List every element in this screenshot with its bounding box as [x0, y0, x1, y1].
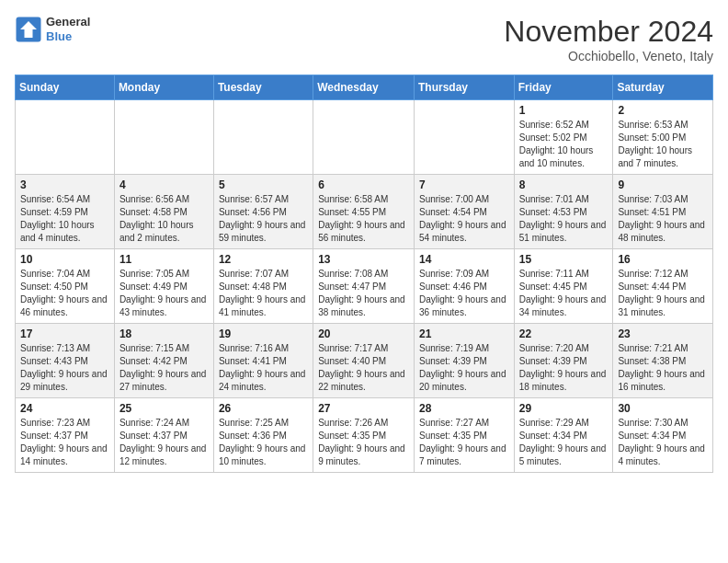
- day-number: 20: [318, 327, 409, 340]
- day-cell: 28Sunrise: 7:27 AM Sunset: 4:35 PM Dayli…: [414, 398, 514, 473]
- title-area: November 2024 Occhiobello, Veneto, Italy: [504, 15, 713, 63]
- logo-icon: [15, 16, 42, 43]
- header-day-thursday: Thursday: [414, 75, 514, 100]
- day-number: 10: [20, 253, 109, 266]
- day-cell: 1Sunrise: 6:52 AM Sunset: 5:02 PM Daylig…: [514, 100, 613, 175]
- day-cell: 27Sunrise: 7:26 AM Sunset: 4:35 PM Dayli…: [313, 398, 415, 473]
- location: Occhiobello, Veneto, Italy: [504, 49, 713, 63]
- day-number: 28: [419, 402, 509, 415]
- day-number: 26: [219, 402, 308, 415]
- day-number: 25: [119, 402, 209, 415]
- day-cell: 23Sunrise: 7:21 AM Sunset: 4:38 PM Dayli…: [613, 324, 713, 398]
- calendar-header: SundayMondayTuesdayWednesdayThursdayFrid…: [16, 75, 713, 100]
- day-info: Sunrise: 7:00 AM Sunset: 4:54 PM Dayligh…: [419, 193, 509, 245]
- day-number: 12: [219, 253, 308, 266]
- week-row-2: 10Sunrise: 7:04 AM Sunset: 4:50 PM Dayli…: [16, 249, 713, 324]
- day-info: Sunrise: 7:29 AM Sunset: 4:34 PM Dayligh…: [519, 417, 609, 468]
- day-cell: [414, 100, 514, 175]
- calendar-body: 1Sunrise: 6:52 AM Sunset: 5:02 PM Daylig…: [16, 100, 713, 473]
- header-day-wednesday: Wednesday: [313, 75, 415, 100]
- day-info: Sunrise: 6:56 AM Sunset: 4:58 PM Dayligh…: [119, 193, 209, 245]
- day-cell: 11Sunrise: 7:05 AM Sunset: 4:49 PM Dayli…: [114, 249, 213, 324]
- day-cell: 21Sunrise: 7:19 AM Sunset: 4:39 PM Dayli…: [414, 324, 514, 398]
- day-info: Sunrise: 7:16 AM Sunset: 4:41 PM Dayligh…: [219, 342, 308, 394]
- day-cell: 4Sunrise: 6:56 AM Sunset: 4:58 PM Daylig…: [114, 175, 213, 249]
- day-info: Sunrise: 6:52 AM Sunset: 5:02 PM Dayligh…: [519, 119, 609, 170]
- calendar: SundayMondayTuesdayWednesdayThursdayFrid…: [15, 75, 713, 473]
- day-cell: 2Sunrise: 6:53 AM Sunset: 5:00 PM Daylig…: [613, 100, 713, 175]
- day-cell: 30Sunrise: 7:30 AM Sunset: 4:34 PM Dayli…: [613, 398, 713, 473]
- header-day-tuesday: Tuesday: [213, 75, 313, 100]
- day-info: Sunrise: 7:13 AM Sunset: 4:43 PM Dayligh…: [20, 342, 109, 394]
- day-info: Sunrise: 7:25 AM Sunset: 4:36 PM Dayligh…: [219, 417, 308, 468]
- day-cell: 5Sunrise: 6:57 AM Sunset: 4:56 PM Daylig…: [213, 175, 313, 249]
- day-number: 4: [119, 178, 209, 191]
- day-cell: 19Sunrise: 7:16 AM Sunset: 4:41 PM Dayli…: [213, 324, 313, 398]
- day-cell: 20Sunrise: 7:17 AM Sunset: 4:40 PM Dayli…: [313, 324, 415, 398]
- day-cell: 17Sunrise: 7:13 AM Sunset: 4:43 PM Dayli…: [16, 324, 115, 398]
- day-number: 9: [618, 178, 708, 191]
- day-number: 19: [219, 327, 308, 340]
- day-number: 29: [519, 402, 609, 415]
- day-cell: 26Sunrise: 7:25 AM Sunset: 4:36 PM Dayli…: [213, 398, 313, 473]
- day-cell: [213, 100, 313, 175]
- day-cell: 16Sunrise: 7:12 AM Sunset: 4:44 PM Dayli…: [613, 249, 713, 324]
- day-cell: [114, 100, 213, 175]
- day-cell: 15Sunrise: 7:11 AM Sunset: 4:45 PM Dayli…: [514, 249, 613, 324]
- day-cell: 6Sunrise: 6:58 AM Sunset: 4:55 PM Daylig…: [313, 175, 415, 249]
- day-number: 13: [318, 253, 409, 266]
- day-number: 5: [219, 178, 308, 191]
- day-cell: [313, 100, 415, 175]
- day-number: 11: [119, 253, 209, 266]
- day-number: 21: [419, 327, 509, 340]
- day-info: Sunrise: 7:30 AM Sunset: 4:34 PM Dayligh…: [618, 417, 708, 468]
- day-info: Sunrise: 7:03 AM Sunset: 4:51 PM Dayligh…: [618, 193, 708, 245]
- day-cell: 10Sunrise: 7:04 AM Sunset: 4:50 PM Dayli…: [16, 249, 115, 324]
- day-number: 17: [20, 327, 109, 340]
- header: General Blue November 2024 Occhiobello, …: [15, 15, 713, 63]
- day-cell: 22Sunrise: 7:20 AM Sunset: 4:39 PM Dayli…: [514, 324, 613, 398]
- day-number: 1: [519, 104, 609, 117]
- header-day-friday: Friday: [514, 75, 613, 100]
- day-number: 3: [20, 178, 109, 191]
- day-info: Sunrise: 7:11 AM Sunset: 4:45 PM Dayligh…: [519, 268, 609, 319]
- day-info: Sunrise: 7:23 AM Sunset: 4:37 PM Dayligh…: [20, 417, 109, 468]
- day-info: Sunrise: 7:20 AM Sunset: 4:39 PM Dayligh…: [519, 342, 609, 394]
- week-row-4: 24Sunrise: 7:23 AM Sunset: 4:37 PM Dayli…: [16, 398, 713, 473]
- day-number: 24: [20, 402, 109, 415]
- day-cell: 3Sunrise: 6:54 AM Sunset: 4:59 PM Daylig…: [16, 175, 115, 249]
- day-info: Sunrise: 7:26 AM Sunset: 4:35 PM Dayligh…: [318, 417, 409, 468]
- week-row-1: 3Sunrise: 6:54 AM Sunset: 4:59 PM Daylig…: [16, 175, 713, 249]
- day-info: Sunrise: 6:53 AM Sunset: 5:00 PM Dayligh…: [618, 119, 708, 170]
- day-info: Sunrise: 7:21 AM Sunset: 4:38 PM Dayligh…: [618, 342, 708, 394]
- day-info: Sunrise: 7:07 AM Sunset: 4:48 PM Dayligh…: [219, 268, 308, 319]
- day-info: Sunrise: 7:17 AM Sunset: 4:40 PM Dayligh…: [318, 342, 409, 394]
- day-cell: 7Sunrise: 7:00 AM Sunset: 4:54 PM Daylig…: [414, 175, 514, 249]
- day-info: Sunrise: 6:57 AM Sunset: 4:56 PM Dayligh…: [219, 193, 308, 245]
- header-row: SundayMondayTuesdayWednesdayThursdayFrid…: [16, 75, 713, 100]
- day-cell: 14Sunrise: 7:09 AM Sunset: 4:46 PM Dayli…: [414, 249, 514, 324]
- day-info: Sunrise: 7:08 AM Sunset: 4:47 PM Dayligh…: [318, 268, 409, 319]
- day-number: 7: [419, 178, 509, 191]
- day-number: 27: [318, 402, 409, 415]
- day-number: 23: [618, 327, 708, 340]
- header-day-monday: Monday: [114, 75, 213, 100]
- day-cell: [16, 100, 115, 175]
- day-cell: 29Sunrise: 7:29 AM Sunset: 4:34 PM Dayli…: [514, 398, 613, 473]
- week-row-3: 17Sunrise: 7:13 AM Sunset: 4:43 PM Dayli…: [16, 324, 713, 398]
- day-info: Sunrise: 7:24 AM Sunset: 4:37 PM Dayligh…: [119, 417, 209, 468]
- day-cell: 9Sunrise: 7:03 AM Sunset: 4:51 PM Daylig…: [613, 175, 713, 249]
- day-info: Sunrise: 7:05 AM Sunset: 4:49 PM Dayligh…: [119, 268, 209, 319]
- day-cell: 24Sunrise: 7:23 AM Sunset: 4:37 PM Dayli…: [16, 398, 115, 473]
- day-info: Sunrise: 7:04 AM Sunset: 4:50 PM Dayligh…: [20, 268, 109, 319]
- day-number: 30: [618, 402, 708, 415]
- day-cell: 8Sunrise: 7:01 AM Sunset: 4:53 PM Daylig…: [514, 175, 613, 249]
- day-number: 16: [618, 253, 708, 266]
- month-title: November 2024: [504, 15, 713, 49]
- week-row-0: 1Sunrise: 6:52 AM Sunset: 5:02 PM Daylig…: [16, 100, 713, 175]
- day-info: Sunrise: 6:58 AM Sunset: 4:55 PM Dayligh…: [318, 193, 409, 245]
- day-cell: 12Sunrise: 7:07 AM Sunset: 4:48 PM Dayli…: [213, 249, 313, 324]
- day-info: Sunrise: 7:15 AM Sunset: 4:42 PM Dayligh…: [119, 342, 209, 394]
- day-info: Sunrise: 6:54 AM Sunset: 4:59 PM Dayligh…: [20, 193, 109, 245]
- day-number: 14: [419, 253, 509, 266]
